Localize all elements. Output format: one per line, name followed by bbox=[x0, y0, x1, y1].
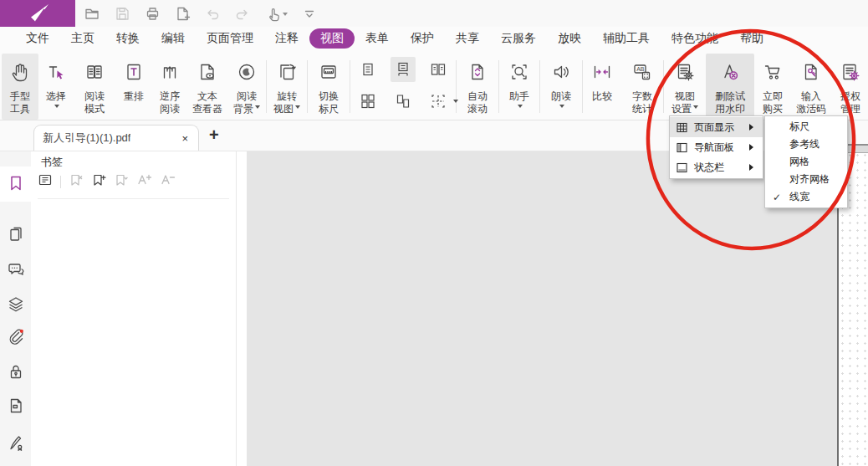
rotate-view-button[interactable]: 旋转 视图 bbox=[267, 54, 307, 120]
rail-bookmarks-button[interactable] bbox=[6, 173, 25, 192]
auto-scroll-button[interactable]: 自动 滚动 bbox=[457, 54, 498, 120]
menu-file[interactable]: 文件 bbox=[15, 28, 60, 49]
rail-layers-button[interactable] bbox=[6, 294, 25, 313]
save-icon bbox=[114, 5, 130, 22]
expand-bookmark-button[interactable] bbox=[114, 172, 129, 191]
rail-comments-button[interactable] bbox=[6, 259, 25, 279]
panel-splitter[interactable] bbox=[237, 151, 247, 466]
read-background-button[interactable]: 阅读 背景 bbox=[227, 54, 266, 120]
compare-button[interactable]: 比较 bbox=[583, 54, 621, 120]
remove-trial-watermark-button[interactable]: 删除试 用水印 bbox=[706, 54, 754, 120]
read-mode-button[interactable]: 阅读 模式 bbox=[74, 54, 115, 120]
add-tab-button[interactable]: + bbox=[209, 125, 219, 144]
document-canvas[interactable] bbox=[247, 151, 837, 466]
rail-attachments-button[interactable] bbox=[6, 326, 25, 346]
facing-continuous-button[interactable] bbox=[355, 89, 380, 114]
increase-text-size-button[interactable] bbox=[136, 172, 152, 191]
menu-page-manage[interactable]: 页面管理 bbox=[196, 28, 264, 49]
text-larger-icon bbox=[136, 172, 152, 187]
layers-icon bbox=[7, 294, 25, 313]
menu-features[interactable]: 特色功能 bbox=[661, 28, 729, 49]
menu-accessibility[interactable]: 辅助工具 bbox=[592, 28, 661, 49]
hand-tool-button[interactable]: 手型 工具 bbox=[2, 54, 38, 120]
menu-present[interactable]: 放映 bbox=[547, 28, 592, 49]
submenu-item-grid[interactable]: 网格 bbox=[765, 153, 847, 171]
bookmark-icon bbox=[7, 174, 25, 192]
separate-cover-button[interactable] bbox=[391, 89, 416, 114]
delete-bookmark-button[interactable] bbox=[69, 172, 84, 191]
panel-divider bbox=[38, 198, 229, 199]
menu-convert[interactable]: 转换 bbox=[105, 28, 151, 49]
quick-access-toolbar bbox=[82, 0, 319, 27]
customize-toolbar-icon bbox=[303, 7, 316, 20]
read-background-icon bbox=[236, 61, 258, 83]
decrease-text-size-button[interactable] bbox=[160, 172, 176, 191]
rail-signatures-button[interactable] bbox=[6, 433, 25, 452]
open-file-button[interactable] bbox=[82, 3, 102, 23]
submenu-item-line-width[interactable]: ✓ 线宽 bbox=[765, 188, 847, 206]
print-button[interactable] bbox=[142, 3, 162, 23]
select-tool-button[interactable]: 选择 bbox=[38, 54, 74, 120]
customize-toolbar-button[interactable] bbox=[299, 3, 319, 23]
menu-edit[interactable]: 编辑 bbox=[151, 28, 196, 49]
list-options-icon bbox=[38, 172, 53, 187]
buy-now-button[interactable]: 立即 购买 bbox=[754, 54, 791, 120]
touch-mode-button[interactable] bbox=[263, 3, 289, 23]
menu-protect[interactable]: 保护 bbox=[400, 28, 445, 49]
continuous-page-icon bbox=[395, 61, 411, 78]
menu-home[interactable]: 主页 bbox=[60, 28, 105, 49]
svg-text:AB: AB bbox=[636, 66, 645, 72]
bookmark-list-options-button[interactable] bbox=[38, 172, 53, 191]
tab-close-button[interactable]: × bbox=[180, 132, 190, 145]
panel-title: 书签 bbox=[41, 155, 63, 170]
redo-button[interactable] bbox=[232, 3, 253, 23]
menu-help[interactable]: 帮助 bbox=[729, 28, 774, 49]
rail-pages-button[interactable] bbox=[6, 223, 25, 243]
assistant-button[interactable]: 助手 bbox=[499, 54, 539, 120]
save-button[interactable] bbox=[112, 3, 132, 23]
document-tab-title: 新人引导(1)(1).pdf bbox=[43, 131, 130, 146]
document-tab[interactable]: 新人引导(1)(1).pdf × bbox=[33, 125, 199, 151]
toggle-ruler-button[interactable]: 切换 标尺 bbox=[308, 54, 350, 120]
facing-page-button[interactable] bbox=[426, 57, 451, 82]
submenu-item-snap-to-grid[interactable]: 对齐网格 bbox=[765, 171, 847, 188]
submenu-item-guides[interactable]: 参考线 bbox=[765, 136, 847, 153]
ribbon-toolbar: 手型 工具 选择 阅读 模式 重排 逆序 阅读 bbox=[0, 50, 868, 120]
split-view-button[interactable] bbox=[426, 89, 451, 114]
reverse-read-button[interactable]: 逆序 阅读 bbox=[152, 54, 187, 120]
read-aloud-button[interactable]: 朗读 bbox=[540, 54, 582, 120]
menu-view[interactable]: 视图 bbox=[309, 28, 355, 49]
facing-continuous-icon bbox=[360, 93, 376, 110]
rail-destinations-button[interactable] bbox=[6, 396, 25, 415]
word-count-icon: AB bbox=[631, 61, 653, 83]
continuous-page-button[interactable] bbox=[391, 57, 416, 82]
remove-watermark-icon bbox=[719, 61, 741, 83]
text-viewer-button[interactable]: 文本 查看器 bbox=[187, 54, 227, 120]
reflow-button[interactable]: 重排 bbox=[115, 54, 152, 120]
menu-comment[interactable]: 注释 bbox=[264, 28, 309, 49]
activation-code-button[interactable]: 输入 激活码 bbox=[791, 54, 831, 120]
rail-security-button[interactable] bbox=[6, 361, 25, 381]
rotate-view-caret-icon bbox=[295, 105, 300, 111]
horizontal-scrollbar-fragment[interactable] bbox=[848, 144, 868, 153]
new-document-button[interactable] bbox=[172, 3, 192, 23]
new-document-icon bbox=[174, 5, 191, 22]
view-settings-button[interactable]: 视图 设置 bbox=[664, 54, 706, 120]
menu-item-navigation-panel[interactable]: 导航面板 bbox=[670, 137, 763, 157]
toolbar-separator bbox=[60, 176, 61, 188]
single-page-button[interactable] bbox=[355, 57, 380, 82]
menu-item-status-bar[interactable]: 状态栏 bbox=[670, 157, 763, 177]
speaker-icon bbox=[550, 61, 572, 83]
license-manage-button[interactable]: 授权 管理 bbox=[831, 54, 868, 120]
word-count-button[interactable]: AB 字数 统计 bbox=[621, 54, 663, 120]
menu-bar: 文件 主页 转换 编辑 页面管理 注释 视图 表单 保护 共享 云服务 放映 辅… bbox=[0, 27, 868, 50]
menu-item-page-display[interactable]: 页面显示 bbox=[670, 117, 763, 137]
split-view-icon bbox=[430, 93, 447, 110]
submenu-item-ruler[interactable]: 标尺 bbox=[765, 118, 847, 136]
text-smaller-icon bbox=[160, 172, 176, 187]
add-bookmark-button[interactable] bbox=[91, 172, 106, 191]
menu-cloud[interactable]: 云服务 bbox=[490, 28, 547, 49]
menu-form[interactable]: 表单 bbox=[355, 28, 400, 49]
menu-share[interactable]: 共享 bbox=[445, 28, 490, 49]
undo-button[interactable] bbox=[202, 3, 222, 23]
